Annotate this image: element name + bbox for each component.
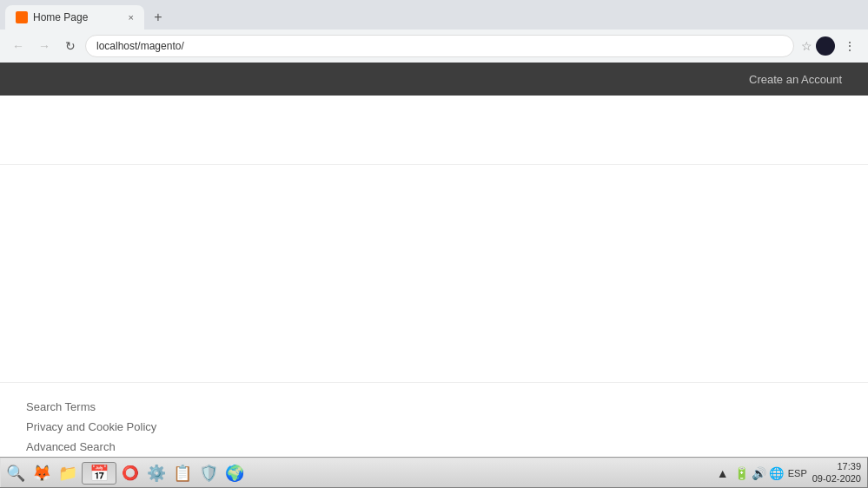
tray-language: ESP <box>788 468 807 478</box>
tab-favicon <box>16 11 28 23</box>
taskbar-app6-icon[interactable]: 📋 <box>170 461 195 485</box>
refresh-button[interactable]: ↻ <box>59 35 82 57</box>
browser-tab-home[interactable]: Home Page × <box>5 5 144 30</box>
taskbar-search-icon[interactable]: 🔍 <box>3 461 28 485</box>
taskbar-globe-icon[interactable]: 🌍 <box>222 461 247 485</box>
taskbar-firefox-icon[interactable]: 🦊 <box>30 461 54 485</box>
tray-clock[interactable]: 17:39 09-02-2020 <box>812 461 861 484</box>
new-tab-button[interactable]: + <box>148 7 169 28</box>
tray-time-value: 17:39 <box>812 461 861 472</box>
tray-network-icon[interactable]: 🌐 <box>769 466 783 480</box>
tab-bar: Home Page × + <box>0 0 868 30</box>
site-main-content <box>0 165 868 382</box>
taskbar: 🔍 🦊 📁 📅 ⭕ ⚙️ 📋 🛡️ 🌍 ▲ 🔋 🔊 🌐 ESP 17:39 09… <box>0 457 868 488</box>
page-wrapper: Create an Account Search Terms Privacy a… <box>0 63 868 488</box>
browser-controls: ← → ↻ localhost/magento/ ☆ ⋮ <box>0 30 868 63</box>
address-text: localhost/magento/ <box>96 40 783 52</box>
tab-close-button[interactable]: × <box>129 12 134 23</box>
tray-volume-icon[interactable]: 🔊 <box>752 466 765 480</box>
taskbar-calendar-icon[interactable]: 📅 <box>82 462 116 485</box>
bookmark-button[interactable]: ☆ <box>801 39 812 53</box>
taskbar-shield-icon[interactable]: 🛡️ <box>196 461 221 485</box>
footer-link-advanced-search[interactable]: Advanced Search <box>26 440 116 453</box>
tray-battery-icon[interactable]: 🔋 <box>734 466 748 480</box>
footer-link-privacy[interactable]: Privacy and Cookie Policy <box>26 420 156 433</box>
tab-title: Home Page <box>33 11 120 23</box>
taskbar-settings-icon[interactable]: ⚙️ <box>144 461 169 485</box>
footer-link-search-terms[interactable]: Search Terms <box>26 400 96 413</box>
taskbar-files-icon[interactable]: 📁 <box>56 461 80 485</box>
tray-date-value: 09-02-2020 <box>812 473 861 485</box>
site-header: Create an Account <box>0 63 868 96</box>
tray-arrow-icon[interactable]: ▲ <box>717 466 731 480</box>
address-bar[interactable]: localhost/magento/ <box>85 35 794 57</box>
back-button[interactable]: ← <box>7 35 30 57</box>
browser-menu-button[interactable]: ⋮ <box>838 35 861 57</box>
browser-profile[interactable] <box>816 36 835 56</box>
create-account-link[interactable]: Create an Account <box>749 73 842 86</box>
taskbar-tray: ▲ 🔋 🔊 🌐 ESP 17:39 09-02-2020 <box>717 461 865 484</box>
taskbar-opera-icon[interactable]: ⭕ <box>118 461 142 485</box>
browser-chrome: Home Page × + ← → ↻ localhost/magento/ ☆… <box>0 0 868 63</box>
forward-button[interactable]: → <box>33 35 56 57</box>
site-nav-area <box>0 96 868 165</box>
